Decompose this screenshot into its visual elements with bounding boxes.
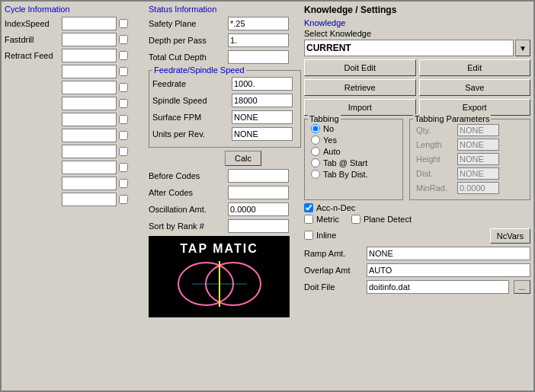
cycle-input-11[interactable]: [62, 177, 117, 190]
param-minrad-input[interactable]: [457, 182, 499, 194]
retract-check[interactable]: [119, 51, 128, 60]
param-length-input[interactable]: [457, 139, 499, 151]
depth-per-pass-input[interactable]: [228, 33, 289, 47]
param-dist-input[interactable]: [457, 167, 499, 180]
knowledge-dropdown-btn[interactable]: ▼: [515, 40, 530, 56]
units-per-rev-label: Units per Rev.: [152, 129, 229, 139]
fastdrill-check[interactable]: [119, 35, 128, 44]
tabbing-no-row: No: [311, 124, 396, 133]
param-dist-label: Dist.: [416, 169, 454, 178]
tabbing-tab-at-start-row: Tab @ Start: [311, 158, 396, 167]
cycle-check-9[interactable]: [119, 147, 128, 156]
acc-n-dec-checkbox[interactable]: [304, 203, 313, 212]
cycle-input-5[interactable]: [62, 81, 117, 94]
safety-plane-label: Safety Plane: [149, 19, 225, 28]
plane-detect-checkbox[interactable]: [351, 215, 360, 224]
cycle-row-5: [62, 81, 146, 94]
save-button[interactable]: Save: [419, 79, 531, 96]
plane-detect-row: Plane Detect: [351, 215, 412, 224]
main-window: Cycle Information IndexSpeed Fastdrill R…: [0, 0, 535, 392]
edit-button[interactable]: Edit: [419, 59, 531, 76]
cycle-input-6[interactable]: [62, 97, 117, 110]
cycle-check-7[interactable]: [119, 115, 128, 124]
tabbing-yes-radio[interactable]: [311, 135, 320, 145]
cycle-check-4[interactable]: [119, 67, 128, 76]
indexspeed-check[interactable]: [119, 19, 128, 28]
doit-file-label: Doit File: [304, 282, 362, 292]
cycle-check-6[interactable]: [119, 99, 128, 108]
tabbing-tab-by-dist-radio[interactable]: [311, 170, 320, 179]
param-height-row: Height: [416, 153, 524, 165]
sort-by-rank-label: Sort by Rank #: [149, 221, 225, 231]
tabbing-tab-at-start-label: Tab @ Start: [323, 158, 367, 167]
cycle-row-4: [62, 65, 146, 78]
oscillation-input[interactable]: [228, 202, 289, 216]
doit-browse-button[interactable]: ...: [514, 280, 530, 294]
doit-edit-button[interactable]: Doit Edit: [304, 59, 416, 76]
cycle-row-retract: Retract Feed: [5, 49, 146, 62]
indexspeed-input[interactable]: [62, 17, 117, 30]
metric-checkbox[interactable]: [304, 215, 313, 224]
oscillation-row: Oscillation Amt.: [149, 202, 301, 216]
calc-button[interactable]: Calc: [225, 151, 261, 166]
import-button[interactable]: Import: [304, 99, 416, 116]
param-minrad-label: MinRad.: [416, 183, 454, 193]
overlap-amt-input[interactable]: [367, 263, 530, 277]
safety-plane-input[interactable]: [228, 17, 289, 30]
export-button[interactable]: Export: [419, 99, 531, 116]
cycle-input-12[interactable]: [62, 193, 117, 206]
doit-file-row: Doit File ...: [304, 280, 530, 294]
cycle-input-8[interactable]: [62, 129, 117, 142]
inline-checkbox[interactable]: [304, 231, 313, 240]
tabbing-yes-label: Yes: [323, 135, 337, 145]
sort-by-rank-row: Sort by Rank #: [149, 219, 301, 233]
cycle-check-11[interactable]: [119, 179, 128, 188]
feedrate-label: Feedrate: [152, 79, 229, 88]
after-codes-input[interactable]: [228, 186, 289, 199]
metric-label: Metric: [316, 215, 339, 224]
cycle-input-9[interactable]: [62, 145, 117, 158]
total-cut-depth-label: Total Cut Depth: [149, 53, 225, 62]
units-per-rev-input[interactable]: [232, 127, 293, 141]
select-knowledge-label: Select Knowledge: [304, 29, 530, 38]
spindle-speed-label: Spindle Speed: [152, 96, 229, 105]
after-codes-row: After Codes: [149, 186, 301, 199]
safety-plane-row: Safety Plane: [149, 17, 301, 30]
cycle-input-10[interactable]: [62, 161, 117, 174]
feedrate-row: Feedrate: [152, 77, 297, 91]
retract-input[interactable]: [62, 49, 117, 62]
cycle-check-5[interactable]: [119, 83, 128, 92]
doit-file-input[interactable]: [367, 280, 509, 294]
surface-fpm-input[interactable]: [232, 110, 293, 124]
ramp-amt-input[interactable]: [367, 247, 530, 260]
cycle-input-4[interactable]: [62, 65, 117, 78]
ncvars-button[interactable]: NcVars: [490, 228, 530, 244]
spindle-speed-input[interactable]: [232, 94, 293, 107]
tabbing-no-radio[interactable]: [311, 124, 320, 133]
metric-plane-row: Metric Plane Detect: [304, 215, 530, 226]
total-cut-depth-input[interactable]: [228, 50, 289, 64]
cycle-check-10[interactable]: [119, 163, 128, 172]
tabbing-auto-row: Auto: [311, 147, 396, 156]
tabbing-params-title: Tabbing Parameters: [413, 114, 491, 123]
param-length-label: Length: [416, 140, 454, 149]
plane-detect-label: Plane Detect: [364, 215, 412, 224]
tabbing-auto-radio[interactable]: [311, 147, 320, 156]
cycle-row-6: [62, 97, 146, 110]
tabbing-tab-at-start-radio[interactable]: [311, 158, 320, 167]
param-qty-input[interactable]: [457, 124, 499, 136]
sort-by-rank-input[interactable]: [228, 219, 289, 233]
cycle-input-7[interactable]: [62, 113, 117, 126]
knowledge-section-title: Knowledge / Settings: [304, 5, 530, 15]
param-length-row: Length: [416, 139, 524, 151]
before-codes-input[interactable]: [228, 169, 289, 183]
surface-fpm-label: Surface FPM: [152, 113, 229, 122]
knowledge-panel: Knowledge / Settings Knowledge Select Kn…: [304, 5, 530, 387]
feedrate-input[interactable]: [232, 77, 293, 91]
fastdrill-input[interactable]: [62, 33, 117, 46]
knowledge-value-input[interactable]: [304, 40, 514, 56]
param-height-input[interactable]: [457, 153, 499, 165]
cycle-check-8[interactable]: [119, 131, 128, 140]
cycle-check-12[interactable]: [119, 195, 128, 204]
retrieve-button[interactable]: Retrieve: [304, 79, 416, 96]
